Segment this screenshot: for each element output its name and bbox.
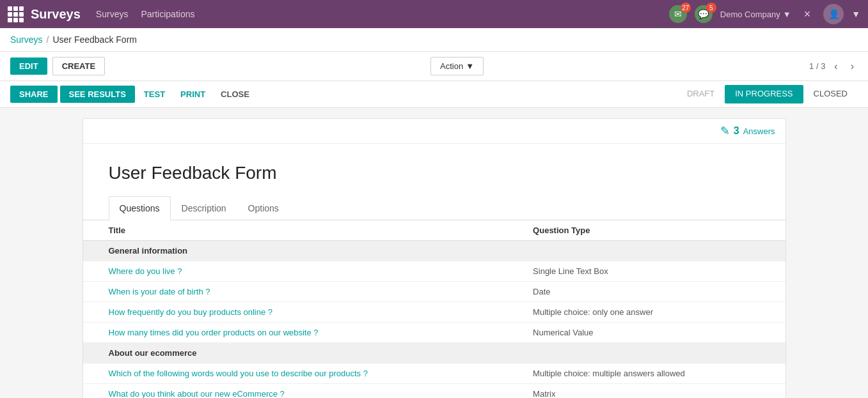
question-title[interactable]: What do you think about our new eCommerc… — [83, 384, 508, 399]
question-title[interactable]: Which of the following words would you u… — [83, 364, 508, 384]
breadcrumb-current: User Feedback Form — [52, 34, 136, 45]
tabs-bar: Questions Description Options — [83, 196, 785, 220]
secondary-bar: SHARE SEE RESULTS TEST PRINT CLOSE DRAFT… — [0, 81, 868, 108]
avatar[interactable]: 👤 — [823, 4, 844, 24]
main-content: ✎ 3 Answers User Feedback Form Questions… — [83, 118, 786, 398]
edit-button[interactable]: EDIT — [10, 57, 47, 75]
status-in-progress[interactable]: IN PROGRESS — [725, 85, 803, 103]
table-row[interactable]: How many times did you order products on… — [83, 323, 785, 343]
form-title-section: User Feedback Form — [83, 144, 785, 196]
next-page-button[interactable]: › — [847, 59, 858, 73]
tab-description[interactable]: Description — [171, 196, 237, 220]
action-dropdown-button[interactable]: Action ▼ — [430, 57, 484, 75]
section-name: About our ecommerce — [83, 343, 785, 364]
test-button[interactable]: TEST — [138, 86, 171, 103]
create-button[interactable]: CREATE — [52, 57, 105, 75]
table-row[interactable]: What do you think about our new eCommerc… — [83, 384, 785, 399]
table-row[interactable]: When is your date of birth ? Date — [83, 282, 785, 302]
brand-title[interactable]: Surveys — [31, 7, 81, 22]
question-type: Multiple choice: multiple answers allowe… — [507, 364, 785, 384]
answers-count: 3 — [734, 125, 739, 137]
navbar-icons: ✉ 27 💬 5 Demo Company ▼ × 👤 ▼ — [669, 4, 860, 24]
avatar-chevron-icon: ▼ — [851, 9, 860, 19]
section-name: General information — [83, 241, 785, 261]
close-survey-button[interactable]: CLOSE — [214, 86, 256, 103]
table-row[interactable]: How frequently do you buy products onlin… — [83, 302, 785, 323]
question-type: Single Line Text Box — [507, 261, 785, 282]
status-draft[interactable]: DRAFT — [677, 85, 725, 103]
see-results-button[interactable]: SEE RESULTS — [60, 86, 135, 103]
company-selector[interactable]: Demo Company ▼ — [720, 10, 791, 19]
answers-bar: ✎ 3 Answers — [83, 119, 785, 144]
form-title: User Feedback Form — [109, 163, 760, 183]
chat-badge-count: 5 — [706, 3, 716, 13]
table-row[interactable]: Which of the following words would you u… — [83, 364, 785, 384]
question-title[interactable]: Where do you live ? — [83, 261, 508, 282]
question-type: Date — [507, 282, 785, 302]
table-row[interactable]: Where do you live ? Single Line Text Box — [83, 261, 785, 282]
status-bar: DRAFT IN PROGRESS CLOSED — [677, 85, 858, 103]
navbar: Surveys Surveys Participations ✉ 27 💬 5 … — [0, 0, 868, 28]
company-name: Demo Company — [720, 10, 780, 19]
questions-table: Title Question Type General information … — [83, 220, 785, 398]
question-type: Numerical Value — [507, 323, 785, 343]
status-closed[interactable]: CLOSED — [803, 85, 858, 103]
prev-page-button[interactable]: ‹ — [830, 59, 841, 73]
chat-badge-icon[interactable]: 💬 5 — [695, 5, 713, 23]
question-type: Matrix — [507, 384, 785, 399]
action-chevron-icon: ▼ — [466, 61, 474, 71]
navbar-close-icon[interactable]: × — [804, 8, 811, 21]
share-button[interactable]: SHARE — [10, 86, 58, 103]
tab-options[interactable]: Options — [237, 196, 290, 220]
action-bar: EDIT CREATE Action ▼ 1 / 3 ‹ › — [0, 52, 868, 81]
navbar-nav: Surveys Participations — [96, 9, 195, 19]
section-row: About our ecommerce — [83, 343, 785, 364]
nav-surveys[interactable]: Surveys — [96, 9, 129, 19]
breadcrumb: Surveys / User Feedback Form — [0, 28, 868, 52]
answers-icon: ✎ — [720, 124, 730, 138]
grid-icon[interactable] — [8, 6, 23, 22]
section-row: General information — [83, 241, 785, 261]
breadcrumb-root[interactable]: Surveys — [10, 34, 43, 45]
question-title[interactable]: How frequently do you buy products onlin… — [83, 302, 508, 323]
pagination-info: 1 / 3 — [809, 61, 825, 71]
clock-badge-icon[interactable]: ✉ 27 — [669, 5, 687, 23]
print-button[interactable]: PRINT — [174, 86, 212, 103]
nav-participations[interactable]: Participations — [141, 9, 194, 19]
answers-label: Answers — [743, 126, 775, 136]
breadcrumb-separator: / — [47, 34, 49, 45]
col-header-title: Title — [83, 220, 508, 241]
tab-questions[interactable]: Questions — [109, 196, 171, 220]
clock-badge-count: 27 — [681, 3, 691, 13]
company-chevron-icon: ▼ — [783, 10, 791, 19]
col-header-question-type: Question Type — [507, 220, 785, 241]
question-title[interactable]: How many times did you order products on… — [83, 323, 508, 343]
action-label: Action — [440, 61, 463, 71]
question-title[interactable]: When is your date of birth ? — [83, 282, 508, 302]
answers-link[interactable]: ✎ 3 Answers — [720, 124, 775, 138]
question-type: Multiple choice: only one answer — [507, 302, 785, 323]
